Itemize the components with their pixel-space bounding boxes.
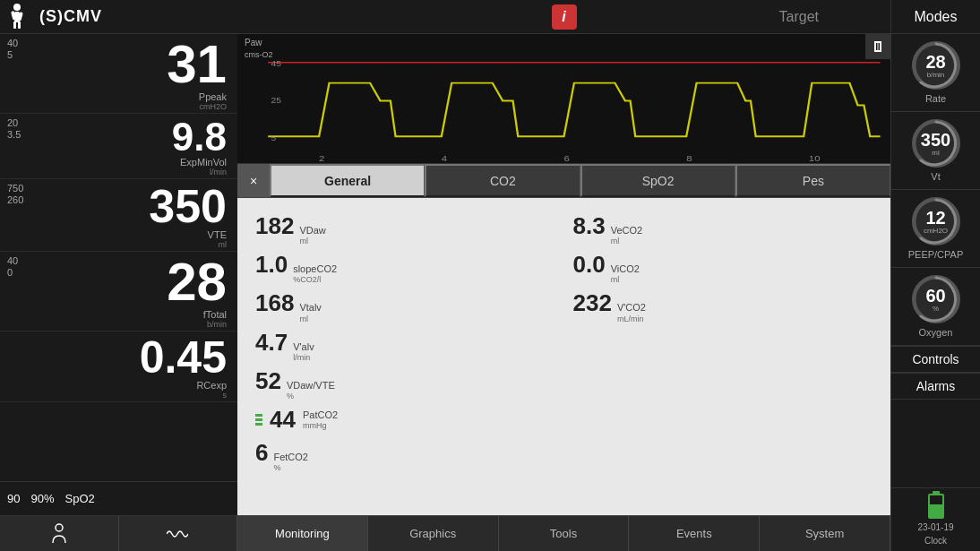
metrics-grid: 40 5 31 Ppeak cmH2O 20 3.5 9.8 ExpMinVol bbox=[0, 34, 237, 481]
vico2-value: 0.0 bbox=[573, 251, 606, 279]
patco2-item: 44 PatCO2mmHg bbox=[255, 406, 555, 434]
battery-tip bbox=[933, 491, 940, 495]
vco2-item: 232 V'CO2mL/min bbox=[573, 289, 873, 323]
svg-text:45: 45 bbox=[271, 58, 281, 67]
ppeak-label: Ppeak bbox=[199, 91, 230, 102]
vdaw-value: 182 bbox=[255, 212, 294, 240]
tab-general[interactable]: General bbox=[270, 164, 425, 197]
svg-text:25: 25 bbox=[271, 96, 281, 105]
metric-expminvol: 20 3.5 9.8 ExpMinVol l/min bbox=[0, 114, 237, 179]
ftotal-sublabel: b/min bbox=[207, 320, 230, 329]
green-bar-1 bbox=[255, 414, 262, 417]
green-bar-2 bbox=[255, 418, 262, 421]
waveform-area: Paw cms-O2 2 4 6 8 10 bbox=[237, 34, 890, 164]
svg-text:8: 8 bbox=[686, 153, 692, 163]
nav-tools[interactable]: Tools bbox=[499, 516, 630, 551]
tab-spo2[interactable]: SpO2 bbox=[580, 164, 735, 197]
rate-label: Rate bbox=[925, 93, 946, 104]
peep-label: PEEP/CPAP bbox=[908, 249, 964, 260]
wave-btn[interactable] bbox=[119, 516, 238, 551]
right-bottom: 23-01-19 Clock bbox=[891, 487, 980, 551]
nav-monitoring[interactable]: Monitoring bbox=[237, 516, 368, 551]
svg-text:4: 4 bbox=[442, 153, 447, 163]
ppeak-sublabel: cmH2O bbox=[199, 102, 230, 111]
peep-knob[interactable]: 12 cmH2O bbox=[912, 197, 960, 245]
tab-pes[interactable]: Pes bbox=[735, 164, 890, 197]
rcexp-label: RCexp bbox=[196, 380, 230, 391]
nav-events[interactable]: Events bbox=[629, 516, 760, 551]
vt-knob[interactable]: 350 ml bbox=[912, 119, 960, 168]
rcexp-value: 0.45 bbox=[140, 335, 230, 380]
veco2-item: 8.3 VeCO2ml bbox=[573, 212, 873, 245]
vdawvte-value: 52 bbox=[255, 367, 281, 395]
veco2-value: 8.3 bbox=[573, 212, 606, 240]
vte-range: 750 260 bbox=[7, 183, 23, 206]
expminvol-sublabel: l/min bbox=[210, 168, 230, 176]
metric-ppeak: 40 5 31 Ppeak cmH2O bbox=[0, 34, 237, 114]
expminvol-range: 20 3.5 bbox=[7, 117, 21, 141]
rate-knob[interactable]: 28 b/min bbox=[912, 41, 960, 90]
vdawvte-item: 52 VDaw/VTE% bbox=[255, 367, 555, 400]
svg-point-6 bbox=[56, 524, 63, 531]
person-btn[interactable] bbox=[0, 516, 119, 551]
spo2-low: 90 bbox=[7, 492, 20, 505]
vte-sublabel: ml bbox=[219, 240, 231, 249]
tab-close-button[interactable]: × bbox=[237, 164, 270, 197]
waveform-svg: 2 4 6 8 10 45 25 5 bbox=[237, 34, 890, 163]
fetco2-value: 6 bbox=[255, 439, 268, 467]
svg-text:5: 5 bbox=[271, 133, 277, 142]
battery-fill bbox=[930, 504, 942, 517]
vtalv-value: 168 bbox=[255, 289, 294, 317]
peep-knob-section: 12 cmH2O PEEP/CPAP bbox=[891, 190, 980, 268]
top-bar-left: (S)CMV bbox=[0, 0, 237, 34]
slopeco2-value: 1.0 bbox=[255, 251, 288, 279]
mode-title: (S)CMV bbox=[39, 7, 102, 26]
battery-icon bbox=[928, 494, 944, 519]
valv-item: 4.7 V'alvl/min bbox=[255, 329, 555, 362]
vt-label: Vt bbox=[931, 171, 940, 182]
rcexp-sublabel: s bbox=[223, 391, 231, 400]
vt-knob-section: 350 ml Vt bbox=[891, 112, 980, 190]
vdaw-item: 182 VDawml bbox=[255, 212, 555, 245]
spo2-label: SpO2 bbox=[65, 492, 95, 505]
svg-rect-5 bbox=[18, 22, 21, 29]
svg-text:6: 6 bbox=[564, 153, 570, 163]
spo2-pct: 90% bbox=[30, 492, 54, 505]
nav-graphics[interactable]: Graphics bbox=[368, 516, 499, 551]
nav-system[interactable]: System bbox=[760, 516, 890, 551]
svg-text:2: 2 bbox=[319, 153, 324, 163]
info-button[interactable]: i bbox=[552, 4, 577, 30]
vte-value: 350 bbox=[149, 183, 230, 229]
oxygen-knob-section: 60 % Oxygen bbox=[891, 268, 980, 346]
center-panel: i Target Paw cms-O2 2 4 6 bbox=[237, 0, 890, 551]
main-layout: (S)CMV 40 5 31 Ppeak cmH2O 20 3.5 bbox=[0, 0, 980, 551]
clock-label: Clock bbox=[924, 536, 947, 546]
svg-text:10: 10 bbox=[809, 153, 821, 163]
rate-knob-section: 28 b/min Rate bbox=[891, 34, 980, 112]
tab-bar: × General CO2 SpO2 Pes bbox=[237, 164, 890, 198]
right-panel: Modes 28 b/min Rate 350 ml bbox=[890, 0, 980, 551]
expminvol-label: ExpMinVol bbox=[180, 157, 230, 168]
metric-vte: 750 260 350 VTE ml bbox=[0, 179, 237, 252]
svg-rect-4 bbox=[13, 22, 16, 29]
tab-co2[interactable]: CO2 bbox=[425, 164, 580, 197]
top-bar-center: i Target bbox=[237, 0, 890, 34]
ppeak-range: 40 5 bbox=[7, 38, 18, 61]
metric-rcexp: 0.45 RCexp s bbox=[0, 331, 237, 402]
fetco2-item: 6 FetCO2% bbox=[255, 439, 555, 472]
data-col2: 8.3 VeCO2ml 0.0 ViCO2ml 232 V'CO2mL/min bbox=[573, 212, 873, 472]
green-bars bbox=[255, 414, 262, 426]
vico2-item: 0.0 ViCO2ml bbox=[573, 251, 873, 284]
alarms-label[interactable]: Alarms bbox=[891, 373, 980, 400]
valv-value: 4.7 bbox=[255, 329, 288, 357]
green-bar-3 bbox=[255, 423, 262, 426]
clock-display: 23-01-19 bbox=[917, 522, 953, 532]
ppeak-value: 31 bbox=[167, 38, 230, 91]
controls-label[interactable]: Controls bbox=[891, 346, 980, 373]
bottom-nav: Monitoring Graphics Tools Events System bbox=[237, 515, 890, 551]
vco2-value: 232 bbox=[573, 289, 612, 317]
bottom-buttons bbox=[0, 515, 237, 551]
oxygen-knob[interactable]: 60 % bbox=[912, 275, 960, 323]
left-panel: (S)CMV 40 5 31 Ppeak cmH2O 20 3.5 bbox=[0, 0, 237, 551]
data-col1: 182 VDawml 1.0 slopeCO2%CO2/l 168 Vtalvm… bbox=[255, 212, 555, 472]
